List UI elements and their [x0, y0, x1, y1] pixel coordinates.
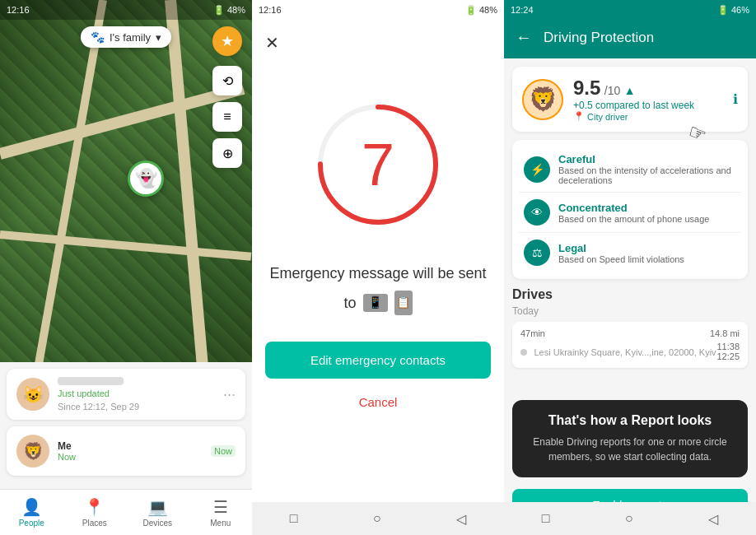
member-avatar-1: 😺 — [16, 378, 49, 411]
drives-section: Drives Today 47min 14.8 mi Lesi Ukrainky… — [504, 287, 756, 373]
member-card-me[interactable]: 🦁 Me Now Now — [7, 426, 245, 476]
trend-arrow-icon: ▲ — [624, 84, 636, 97]
drive-route: Lesi Ukrainky Square, Kyiv...,ine, 02000… — [534, 347, 716, 357]
me-status: Now — [58, 452, 203, 462]
score-display: 9.5 /10 ▲ — [573, 77, 723, 100]
driving-title: Driving Protection — [544, 30, 654, 46]
nav-people-label: People — [19, 519, 44, 528]
score-denom: /10 — [604, 84, 620, 97]
me-name: Me — [58, 440, 203, 452]
map-bottom-panel: 😺 Just updated Since 12:12, Sep 29 ··· 🦁… — [0, 362, 252, 535]
star-button[interactable]: ★ — [212, 26, 242, 56]
places-icon: 📍 — [84, 497, 105, 517]
share-button[interactable]: ⊕ — [212, 138, 242, 168]
score-info: 9.5 /10 ▲ +0.5 compared to last week 📍 C… — [573, 77, 723, 122]
member-card-1[interactable]: 😺 Just updated Since 12:12, Sep 29 ··· — [7, 369, 245, 420]
legal-icon: ⚖ — [524, 240, 550, 266]
layers-icon: ≡ — [223, 109, 231, 124]
battery-3: 🔋 46% — [717, 5, 749, 16]
phone-device-icon: 📱 — [363, 294, 388, 312]
drive-start-dot — [520, 349, 527, 356]
member-time-1: Since 12:12, Sep 29 — [58, 402, 215, 412]
back-arrow-icon[interactable]: ← — [516, 28, 532, 47]
drives-today: Today — [512, 305, 748, 317]
star-icon: ★ — [221, 32, 234, 50]
trait-legal: ⚖ Legal Based on Speed limit violations — [519, 232, 741, 272]
panel-map: 12:16 🔋 48% 🐾 I's family ▾ ★ ⟲ ≡ ⊕ 👻 😺 — [0, 0, 252, 535]
careful-icon: ⚡ — [524, 156, 550, 183]
nav-people[interactable]: 👤 People — [0, 490, 63, 535]
member-info-me: Me Now — [58, 440, 203, 462]
drives-title: Drives — [512, 287, 748, 302]
nav-places[interactable]: 📍 Places — [63, 490, 127, 535]
drive-distance: 14.8 mi — [710, 328, 740, 338]
driving-header: ← Driving Protection — [504, 20, 756, 58]
close-button[interactable]: ✕ — [265, 33, 279, 53]
member-avatar-me: 🦁 — [16, 435, 49, 468]
status-bar-3: 12:24 🔋 46% — [504, 0, 756, 20]
back-nav-icon[interactable]: ○ — [373, 511, 381, 526]
to-label: to — [343, 293, 356, 314]
countdown-ring: 7 — [312, 99, 444, 230]
edit-contacts-button[interactable]: Edit emergency contacts — [265, 342, 491, 379]
score-avatar: 🦁 — [522, 79, 563, 120]
trait-concentrated: 👁 Concentrated Based on the amount of ph… — [519, 192, 741, 232]
tooltip-title: That's how a Report looks — [525, 413, 735, 428]
trait-careful: ⚡ Careful Based on the intensity of acce… — [519, 147, 741, 192]
score-type: 📍 City driver — [573, 111, 723, 122]
home-nav-icon-3[interactable]: □ — [542, 511, 550, 526]
drive-duration: 47min — [520, 328, 545, 338]
time-2: 12:16 — [259, 5, 282, 15]
tablet-device-icon: 📋 — [394, 291, 413, 315]
people-icon: 👤 — [21, 497, 42, 517]
recents-nav-icon[interactable]: ◁ — [456, 511, 466, 527]
nav-menu[interactable]: ☰ Menu — [189, 490, 253, 535]
battery-1: 🔋 48% — [213, 5, 245, 16]
member-status-1: Just updated — [58, 388, 215, 398]
devices-icon: 💻 — [147, 497, 168, 517]
traits-card: ⚡ Careful Based on the intensity of acce… — [512, 140, 748, 279]
trait-careful-text: Careful Based on the intensity of accele… — [558, 153, 736, 185]
score-trend: +0.5 compared to last week — [573, 100, 723, 111]
menu-icon: ☰ — [213, 497, 228, 517]
cancel-button[interactable]: Cancel — [359, 395, 398, 409]
drive-row[interactable]: 47min 14.8 mi Lesi Ukrainky Square, Kyiv… — [512, 322, 748, 368]
trait-concentrated-text: Concentrated Based on the amount of phon… — [558, 202, 709, 224]
layers-button[interactable]: ≡ — [212, 102, 242, 132]
time-1: 12:16 — [7, 5, 30, 15]
emergency-message: Emergency message will be sent to 📱 📋 — [269, 263, 486, 315]
status-bar-1: 12:16 🔋 48% — [0, 0, 252, 20]
nav-places-label: Places — [82, 519, 107, 528]
member-info-1: Just updated Since 12:12, Sep 29 — [58, 377, 215, 412]
nav-devices[interactable]: 💻 Devices — [126, 490, 189, 535]
member-name-1 — [58, 377, 124, 385]
paw-icon: 🐾 — [91, 30, 105, 44]
family-selector[interactable]: 🐾 I's family ▾ — [81, 26, 171, 48]
concentrated-icon: 👁 — [524, 199, 550, 226]
me-badge: Now — [211, 445, 236, 457]
recents-nav-icon-3[interactable]: ◁ — [708, 511, 718, 527]
marker-avatar: 👻 — [128, 160, 164, 197]
home-nav-icon[interactable]: □ — [290, 511, 298, 526]
battery-2: 🔋 48% — [465, 5, 497, 16]
trait-legal-text: Legal Based on Speed limit violations — [558, 242, 684, 264]
drive-times: 11:38 12:25 — [716, 342, 740, 361]
refresh-map-button[interactable]: ⟲ — [212, 66, 242, 95]
report-tooltip: That's how a Report looks Enable Driving… — [512, 400, 748, 477]
score-value: 9.5 — [573, 77, 600, 99]
panel-emergency: 12:16 🔋 48% ✕ 7 Emergency message will b… — [252, 0, 504, 535]
bottom-nav: 👤 People 📍 Places 💻 Devices ☰ Menu — [0, 489, 252, 535]
info-icon[interactable]: ℹ — [733, 91, 738, 107]
location-icon: 📍 — [573, 111, 585, 122]
back-nav-icon-3[interactable]: ○ — [625, 511, 633, 526]
more-options-icon[interactable]: ··· — [223, 386, 236, 403]
status-bar-2: 12:16 🔋 48% — [252, 0, 504, 20]
road-h2 — [0, 230, 251, 261]
time-3: 12:24 — [511, 5, 534, 15]
drive-row-top: 47min 14.8 mi — [520, 328, 740, 338]
panel-driving: 12:24 🔋 46% ← Driving Protection 🦁 9.5 /… — [504, 0, 756, 535]
share-icon: ⊕ — [222, 146, 233, 161]
family-label: I's family — [110, 31, 151, 44]
phone-nav-2: □ ○ ◁ — [252, 502, 504, 535]
user-marker[interactable]: 👻 — [128, 160, 164, 197]
